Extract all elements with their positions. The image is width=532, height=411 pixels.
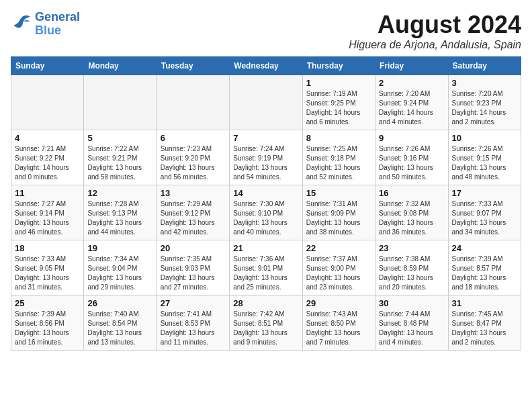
cell-content: Sunrise: 7:19 AM Sunset: 9:25 PM Dayligh… — [306, 89, 371, 127]
title-block: August 2024 Higuera de Arjona, Andalusia… — [349, 11, 521, 51]
calendar-cell: 8Sunrise: 7:25 AM Sunset: 9:18 PM Daylig… — [302, 130, 375, 185]
cell-content: Sunrise: 7:37 AM Sunset: 9:00 PM Dayligh… — [306, 255, 371, 292]
day-number: 3 — [452, 78, 517, 88]
calendar-cell: 20Sunrise: 7:35 AM Sunset: 9:03 PM Dayli… — [157, 240, 229, 295]
weekday-header-saturday: Saturday — [448, 57, 521, 75]
calendar-cell: 15Sunrise: 7:31 AM Sunset: 9:09 PM Dayli… — [302, 185, 375, 240]
day-number: 21 — [233, 243, 298, 253]
day-number: 5 — [87, 133, 152, 143]
day-number: 24 — [452, 243, 517, 253]
calendar-cell: 31Sunrise: 7:45 AM Sunset: 8:47 PM Dayli… — [448, 295, 521, 351]
page-header: General Blue August 2024 Higuera de Arjo… — [11, 11, 521, 51]
logo-text: General Blue — [35, 11, 80, 38]
cell-content: Sunrise: 7:40 AM Sunset: 8:54 PM Dayligh… — [87, 310, 152, 347]
calendar-cell: 27Sunrise: 7:41 AM Sunset: 8:53 PM Dayli… — [157, 295, 229, 351]
weekday-header-friday: Friday — [375, 57, 448, 75]
cell-content: Sunrise: 7:24 AM Sunset: 9:19 PM Dayligh… — [233, 144, 298, 182]
logo: General Blue — [11, 11, 80, 38]
day-number: 4 — [15, 133, 80, 143]
calendar-cell: 25Sunrise: 7:39 AM Sunset: 8:56 PM Dayli… — [11, 295, 84, 351]
day-number: 15 — [306, 188, 371, 198]
day-number: 16 — [379, 188, 444, 198]
calendar-table: SundayMondayTuesdayWednesdayThursdayFrid… — [11, 56, 521, 351]
cell-content: Sunrise: 7:45 AM Sunset: 8:47 PM Dayligh… — [452, 310, 517, 347]
calendar-cell: 23Sunrise: 7:38 AM Sunset: 8:59 PM Dayli… — [375, 240, 448, 295]
weekday-header-sunday: Sunday — [11, 57, 84, 75]
cell-content: Sunrise: 7:22 AM Sunset: 9:21 PM Dayligh… — [87, 144, 152, 182]
cell-content: Sunrise: 7:38 AM Sunset: 8:59 PM Dayligh… — [379, 255, 444, 292]
calendar-cell: 2Sunrise: 7:20 AM Sunset: 9:24 PM Daylig… — [375, 75, 448, 130]
cell-content: Sunrise: 7:26 AM Sunset: 9:15 PM Dayligh… — [452, 144, 517, 182]
month-title: August 2024 — [349, 11, 521, 39]
cell-content: Sunrise: 7:30 AM Sunset: 9:10 PM Dayligh… — [233, 199, 298, 237]
weekday-header-wednesday: Wednesday — [230, 57, 302, 75]
day-number: 13 — [161, 188, 226, 198]
calendar-cell: 7Sunrise: 7:24 AM Sunset: 9:19 PM Daylig… — [230, 130, 302, 185]
day-number: 26 — [87, 298, 152, 308]
day-number: 1 — [306, 78, 371, 88]
calendar-cell: 11Sunrise: 7:27 AM Sunset: 9:14 PM Dayli… — [11, 185, 84, 240]
day-number: 18 — [15, 243, 80, 253]
calendar-cell — [157, 75, 229, 130]
cell-content: Sunrise: 7:43 AM Sunset: 8:50 PM Dayligh… — [306, 310, 371, 347]
cell-content: Sunrise: 7:34 AM Sunset: 9:04 PM Dayligh… — [87, 255, 152, 292]
cell-content: Sunrise: 7:35 AM Sunset: 9:03 PM Dayligh… — [161, 255, 226, 292]
cell-content: Sunrise: 7:21 AM Sunset: 9:22 PM Dayligh… — [15, 144, 80, 182]
calendar-cell — [11, 75, 84, 130]
day-number: 27 — [161, 298, 226, 308]
calendar-cell: 12Sunrise: 7:28 AM Sunset: 9:13 PM Dayli… — [84, 185, 157, 240]
cell-content: Sunrise: 7:26 AM Sunset: 9:16 PM Dayligh… — [379, 144, 444, 182]
cell-content: Sunrise: 7:33 AM Sunset: 9:05 PM Dayligh… — [15, 255, 80, 292]
day-number: 10 — [452, 133, 517, 143]
weekday-row: SundayMondayTuesdayWednesdayThursdayFrid… — [11, 57, 521, 75]
calendar-cell: 26Sunrise: 7:40 AM Sunset: 8:54 PM Dayli… — [84, 295, 157, 351]
weekday-header-tuesday: Tuesday — [157, 57, 229, 75]
cell-content: Sunrise: 7:42 AM Sunset: 8:51 PM Dayligh… — [233, 310, 298, 347]
cell-content: Sunrise: 7:33 AM Sunset: 9:07 PM Dayligh… — [452, 199, 517, 237]
calendar-cell: 18Sunrise: 7:33 AM Sunset: 9:05 PM Dayli… — [11, 240, 84, 295]
calendar-week-row: 1Sunrise: 7:19 AM Sunset: 9:25 PM Daylig… — [11, 75, 521, 130]
day-number: 20 — [161, 243, 226, 253]
calendar-cell — [84, 75, 157, 130]
day-number: 2 — [379, 78, 444, 88]
day-number: 12 — [87, 188, 152, 198]
cell-content: Sunrise: 7:41 AM Sunset: 8:53 PM Dayligh… — [161, 310, 226, 347]
cell-content: Sunrise: 7:31 AM Sunset: 9:09 PM Dayligh… — [306, 199, 371, 237]
cell-content: Sunrise: 7:29 AM Sunset: 9:12 PM Dayligh… — [161, 199, 226, 237]
calendar-cell: 29Sunrise: 7:43 AM Sunset: 8:50 PM Dayli… — [302, 295, 375, 351]
calendar-cell: 17Sunrise: 7:33 AM Sunset: 9:07 PM Dayli… — [448, 185, 521, 240]
day-number: 22 — [306, 243, 371, 253]
cell-content: Sunrise: 7:27 AM Sunset: 9:14 PM Dayligh… — [15, 199, 80, 237]
day-number: 8 — [306, 133, 371, 143]
location: Higuera de Arjona, Andalusia, Spain — [349, 39, 521, 51]
calendar-cell: 13Sunrise: 7:29 AM Sunset: 9:12 PM Dayli… — [157, 185, 229, 240]
calendar-cell: 28Sunrise: 7:42 AM Sunset: 8:51 PM Dayli… — [230, 295, 302, 351]
day-number: 6 — [161, 133, 226, 143]
day-number: 19 — [87, 243, 152, 253]
cell-content: Sunrise: 7:28 AM Sunset: 9:13 PM Dayligh… — [87, 199, 152, 237]
calendar-cell: 10Sunrise: 7:26 AM Sunset: 9:15 PM Dayli… — [448, 130, 521, 185]
weekday-header-monday: Monday — [84, 57, 157, 75]
calendar-cell: 5Sunrise: 7:22 AM Sunset: 9:21 PM Daylig… — [84, 130, 157, 185]
day-number: 17 — [452, 188, 517, 198]
day-number: 23 — [379, 243, 444, 253]
cell-content: Sunrise: 7:20 AM Sunset: 9:23 PM Dayligh… — [452, 89, 517, 127]
day-number: 25 — [15, 298, 80, 308]
cell-content: Sunrise: 7:39 AM Sunset: 8:57 PM Dayligh… — [452, 255, 517, 292]
calendar-header: SundayMondayTuesdayWednesdayThursdayFrid… — [11, 57, 521, 75]
calendar-body: 1Sunrise: 7:19 AM Sunset: 9:25 PM Daylig… — [11, 75, 521, 351]
calendar-cell: 21Sunrise: 7:36 AM Sunset: 9:01 PM Dayli… — [230, 240, 302, 295]
day-number: 28 — [233, 298, 298, 308]
cell-content: Sunrise: 7:20 AM Sunset: 9:24 PM Dayligh… — [379, 89, 444, 127]
calendar-cell: 22Sunrise: 7:37 AM Sunset: 9:00 PM Dayli… — [302, 240, 375, 295]
calendar-cell — [230, 75, 302, 130]
day-number: 11 — [15, 188, 80, 198]
calendar-week-row: 25Sunrise: 7:39 AM Sunset: 8:56 PM Dayli… — [11, 295, 521, 351]
cell-content: Sunrise: 7:23 AM Sunset: 9:20 PM Dayligh… — [161, 144, 226, 182]
day-number: 29 — [306, 298, 371, 308]
cell-content: Sunrise: 7:39 AM Sunset: 8:56 PM Dayligh… — [15, 310, 80, 347]
cell-content: Sunrise: 7:44 AM Sunset: 8:48 PM Dayligh… — [379, 310, 444, 347]
cell-content: Sunrise: 7:32 AM Sunset: 9:08 PM Dayligh… — [379, 199, 444, 237]
day-number: 31 — [452, 298, 517, 308]
calendar-cell: 14Sunrise: 7:30 AM Sunset: 9:10 PM Dayli… — [230, 185, 302, 240]
